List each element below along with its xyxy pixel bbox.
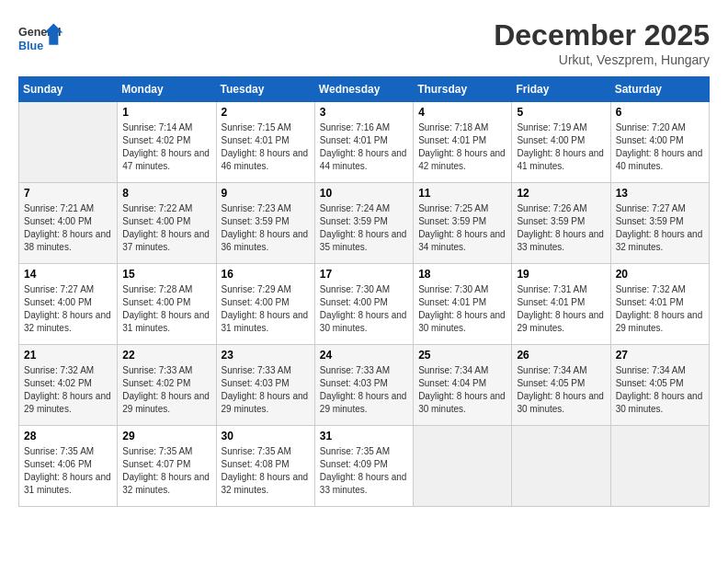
sunrise-text: Sunrise: 7:14 AM: [122, 121, 210, 134]
sunrise-text: Sunrise: 7:35 AM: [222, 445, 310, 458]
daylight-text: Daylight: 8 hours and 37 minutes.: [122, 228, 210, 254]
day-number: 20: [616, 268, 704, 281]
day-info: Sunrise: 7:21 AM Sunset: 4:00 PM Dayligh…: [24, 202, 112, 254]
day-info: Sunrise: 7:14 AM Sunset: 4:02 PM Dayligh…: [122, 121, 210, 173]
day-info: Sunrise: 7:35 AM Sunset: 4:06 PM Dayligh…: [24, 445, 112, 497]
day-info: Sunrise: 7:27 AM Sunset: 4:00 PM Dayligh…: [24, 283, 112, 335]
sunset-text: Sunset: 4:00 PM: [320, 296, 408, 309]
day-number: 6: [616, 106, 704, 119]
sunset-text: Sunset: 4:01 PM: [418, 134, 506, 147]
day-number: 1: [122, 106, 210, 119]
daylight-text: Daylight: 8 hours and 31 minutes.: [122, 309, 210, 335]
calendar-cell: 23 Sunrise: 7:33 AM Sunset: 4:03 PM Dayl…: [216, 345, 314, 426]
logo: General Blue: [18, 18, 64, 60]
daylight-text: Daylight: 8 hours and 38 minutes.: [24, 228, 112, 254]
sunset-text: Sunset: 4:00 PM: [122, 215, 210, 228]
day-info: Sunrise: 7:23 AM Sunset: 3:59 PM Dayligh…: [222, 202, 310, 254]
day-number: 11: [418, 187, 506, 200]
week-row-2: 7 Sunrise: 7:21 AM Sunset: 4:00 PM Dayli…: [19, 183, 710, 264]
day-info: Sunrise: 7:34 AM Sunset: 4:04 PM Dayligh…: [418, 364, 506, 416]
day-info: Sunrise: 7:19 AM Sunset: 4:00 PM Dayligh…: [517, 121, 605, 173]
day-info: Sunrise: 7:29 AM Sunset: 4:00 PM Dayligh…: [222, 283, 310, 335]
sunrise-text: Sunrise: 7:19 AM: [517, 121, 605, 134]
day-info: Sunrise: 7:32 AM Sunset: 4:01 PM Dayligh…: [616, 283, 704, 335]
day-info: Sunrise: 7:35 AM Sunset: 4:09 PM Dayligh…: [320, 445, 408, 497]
calendar-cell: 31 Sunrise: 7:35 AM Sunset: 4:09 PM Dayl…: [314, 426, 413, 507]
title-block: December 2025 Urkut, Veszprem, Hungary: [494, 18, 710, 67]
calendar-cell: 9 Sunrise: 7:23 AM Sunset: 3:59 PM Dayli…: [216, 183, 314, 264]
sunrise-text: Sunrise: 7:34 AM: [418, 364, 506, 377]
day-info: Sunrise: 7:32 AM Sunset: 4:02 PM Dayligh…: [24, 364, 112, 416]
day-info: Sunrise: 7:34 AM Sunset: 4:05 PM Dayligh…: [616, 364, 704, 416]
sunrise-text: Sunrise: 7:20 AM: [616, 121, 704, 134]
day-number: 5: [517, 106, 605, 119]
sunset-text: Sunset: 4:00 PM: [24, 296, 112, 309]
calendar-cell: 4 Sunrise: 7:18 AM Sunset: 4:01 PM Dayli…: [414, 102, 512, 183]
day-number: 30: [222, 430, 310, 442]
calendar-cell: [414, 426, 512, 507]
daylight-text: Daylight: 8 hours and 47 minutes.: [122, 147, 210, 173]
calendar-cell: 25 Sunrise: 7:34 AM Sunset: 4:04 PM Dayl…: [414, 345, 512, 426]
day-info: Sunrise: 7:35 AM Sunset: 4:08 PM Dayligh…: [222, 445, 310, 497]
daylight-text: Daylight: 8 hours and 29 minutes.: [222, 390, 310, 416]
sunrise-text: Sunrise: 7:16 AM: [320, 121, 408, 134]
daylight-text: Daylight: 8 hours and 46 minutes.: [222, 147, 310, 173]
sunset-text: Sunset: 4:03 PM: [320, 377, 408, 390]
day-number: 21: [24, 349, 112, 362]
col-header-saturday: Saturday: [610, 77, 709, 102]
week-row-3: 14 Sunrise: 7:27 AM Sunset: 4:00 PM Dayl…: [19, 264, 710, 345]
day-info: Sunrise: 7:27 AM Sunset: 3:59 PM Dayligh…: [616, 202, 704, 254]
calendar-cell: 29 Sunrise: 7:35 AM Sunset: 4:07 PM Dayl…: [118, 426, 216, 507]
sunset-text: Sunset: 4:02 PM: [24, 377, 112, 390]
day-info: Sunrise: 7:18 AM Sunset: 4:01 PM Dayligh…: [418, 121, 506, 173]
daylight-text: Daylight: 8 hours and 42 minutes.: [418, 147, 506, 173]
calendar-cell: 20 Sunrise: 7:32 AM Sunset: 4:01 PM Dayl…: [610, 264, 709, 345]
day-number: 3: [320, 106, 408, 119]
sunset-text: Sunset: 4:00 PM: [24, 215, 112, 228]
daylight-text: Daylight: 8 hours and 29 minutes.: [24, 390, 112, 416]
day-info: Sunrise: 7:16 AM Sunset: 4:01 PM Dayligh…: [320, 121, 408, 173]
location: Urkut, Veszprem, Hungary: [494, 52, 710, 67]
sunset-text: Sunset: 4:07 PM: [122, 458, 210, 471]
calendar-cell: 22 Sunrise: 7:33 AM Sunset: 4:02 PM Dayl…: [118, 345, 216, 426]
daylight-text: Daylight: 8 hours and 30 minutes.: [418, 390, 506, 416]
day-info: Sunrise: 7:20 AM Sunset: 4:00 PM Dayligh…: [616, 121, 704, 173]
daylight-text: Daylight: 8 hours and 36 minutes.: [222, 228, 310, 254]
calendar-cell: 2 Sunrise: 7:15 AM Sunset: 4:01 PM Dayli…: [216, 102, 314, 183]
col-header-wednesday: Wednesday: [314, 77, 413, 102]
calendar-cell: 15 Sunrise: 7:28 AM Sunset: 4:00 PM Dayl…: [118, 264, 216, 345]
calendar-cell: 28 Sunrise: 7:35 AM Sunset: 4:06 PM Dayl…: [19, 426, 118, 507]
sunset-text: Sunset: 4:05 PM: [616, 377, 704, 390]
sunrise-text: Sunrise: 7:30 AM: [418, 283, 506, 296]
daylight-text: Daylight: 8 hours and 30 minutes.: [616, 390, 704, 416]
daylight-text: Daylight: 8 hours and 29 minutes.: [517, 309, 605, 335]
day-number: 19: [517, 268, 605, 281]
sunrise-text: Sunrise: 7:35 AM: [122, 445, 210, 458]
sunset-text: Sunset: 4:01 PM: [222, 134, 310, 147]
calendar-cell: [610, 426, 709, 507]
sunset-text: Sunset: 3:59 PM: [418, 215, 506, 228]
sunset-text: Sunset: 4:00 PM: [222, 296, 310, 309]
day-info: Sunrise: 7:26 AM Sunset: 3:59 PM Dayligh…: [517, 202, 605, 254]
sunrise-text: Sunrise: 7:31 AM: [517, 283, 605, 296]
logo-svg: General Blue: [18, 18, 64, 60]
calendar-cell: 11 Sunrise: 7:25 AM Sunset: 3:59 PM Dayl…: [414, 183, 512, 264]
daylight-text: Daylight: 8 hours and 29 minutes.: [320, 390, 408, 416]
daylight-text: Daylight: 8 hours and 33 minutes.: [517, 228, 605, 254]
svg-text:Blue: Blue: [18, 40, 43, 52]
calendar-cell: 10 Sunrise: 7:24 AM Sunset: 3:59 PM Dayl…: [314, 183, 413, 264]
day-number: 4: [418, 106, 506, 119]
sunset-text: Sunset: 4:01 PM: [616, 296, 704, 309]
week-row-5: 28 Sunrise: 7:35 AM Sunset: 4:06 PM Dayl…: [19, 426, 710, 507]
calendar-header: SundayMondayTuesdayWednesdayThursdayFrid…: [19, 77, 710, 102]
day-number: 23: [222, 349, 310, 362]
col-header-monday: Monday: [118, 77, 216, 102]
daylight-text: Daylight: 8 hours and 32 minutes.: [222, 471, 310, 497]
day-info: Sunrise: 7:33 AM Sunset: 4:02 PM Dayligh…: [122, 364, 210, 416]
sunset-text: Sunset: 4:09 PM: [320, 458, 408, 471]
sunrise-text: Sunrise: 7:29 AM: [222, 283, 310, 296]
sunrise-text: Sunrise: 7:25 AM: [418, 202, 506, 215]
day-number: 9: [222, 187, 310, 200]
sunrise-text: Sunrise: 7:33 AM: [320, 364, 408, 377]
calendar-cell: 14 Sunrise: 7:27 AM Sunset: 4:00 PM Dayl…: [19, 264, 118, 345]
